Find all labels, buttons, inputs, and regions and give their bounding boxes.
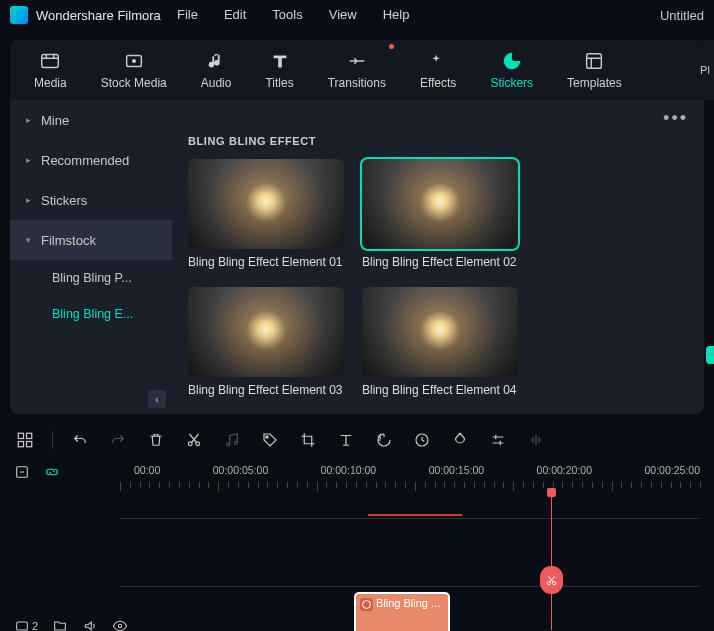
tag-button[interactable]	[259, 429, 281, 451]
tab-stockmedia-label: Stock Media	[101, 76, 167, 90]
sidebar-item-filmstock[interactable]: Filmstock	[10, 220, 172, 260]
delete-button[interactable]	[145, 429, 167, 451]
crop-button[interactable]	[297, 429, 319, 451]
tab-audio-label: Audio	[201, 76, 232, 90]
ruler-mark: 00:00:10:00	[321, 464, 376, 476]
text-button[interactable]	[335, 429, 357, 451]
menu-tools[interactable]: Tools	[272, 7, 302, 22]
gallery-card[interactable]: Bling Bling Effect Element 04	[362, 287, 518, 397]
tab-stickers-label: Stickers	[490, 76, 533, 90]
tab-titles-label: Titles	[265, 76, 293, 90]
card-name: Bling Bling Effect Element 02	[362, 255, 518, 269]
track-count: 2	[32, 620, 38, 631]
ruler-mark: 00:00:20:00	[537, 464, 592, 476]
notification-dot-icon	[389, 44, 394, 49]
project-title[interactable]: Untitled	[660, 8, 704, 23]
card-name: Bling Bling Effect Element 03	[188, 383, 344, 397]
speed-rev-button[interactable]	[373, 429, 395, 451]
timeline-header: 00:00 00:00:05:00 00:00:10:00 00:00:15:0…	[14, 460, 700, 484]
titles-icon	[269, 50, 291, 72]
gallery-grid: Bling Bling Effect Element 01 Bling Blin…	[188, 159, 688, 397]
svg-point-8	[188, 442, 192, 446]
ruler[interactable]: 00:00 00:00:05:00 00:00:10:00 00:00:15:0…	[134, 464, 700, 476]
stickers-icon	[501, 50, 523, 72]
music-button[interactable]	[221, 429, 243, 451]
accent-edge-icon	[706, 346, 714, 364]
adjust-button[interactable]	[487, 429, 509, 451]
thumbnail	[188, 287, 344, 377]
tab-stickers[interactable]: Stickers	[482, 46, 541, 94]
playhead-handle-icon[interactable]	[547, 488, 556, 497]
cut-button[interactable]	[183, 429, 205, 451]
ruler-mark: 00:00:15:00	[429, 464, 484, 476]
speed-button[interactable]	[411, 429, 433, 451]
sidebar: Mine Recommended Stickers Filmstock Blin…	[10, 100, 172, 414]
preview-panel-stub: Pl	[696, 40, 714, 100]
gallery-card[interactable]: Bling Bling Effect Element 03	[188, 287, 344, 397]
sidebar-item-recommended[interactable]: Recommended	[10, 140, 172, 180]
svg-point-12	[266, 436, 268, 438]
sidebar-sub-blinge[interactable]: Bling Bling E...	[10, 296, 172, 332]
track-count-badge[interactable]: 2	[14, 618, 38, 631]
volume-icon[interactable]	[82, 618, 98, 631]
audio-wave-button[interactable]	[525, 429, 547, 451]
redo-button[interactable]	[107, 429, 129, 451]
card-name: Bling Bling Effect Element 04	[362, 383, 518, 397]
svg-point-10	[227, 443, 230, 446]
tab-templates[interactable]: Templates	[559, 46, 630, 94]
gallery-card[interactable]: Bling Bling Effect Element 02	[362, 159, 518, 269]
eye-icon[interactable]	[112, 618, 128, 631]
svg-rect-4	[18, 433, 23, 438]
tab-templates-label: Templates	[567, 76, 622, 90]
color-button[interactable]	[449, 429, 471, 451]
transitions-icon	[346, 50, 368, 72]
thumbnail	[362, 287, 518, 377]
playhead[interactable]	[551, 494, 552, 630]
playhead-cut-button[interactable]	[540, 566, 563, 594]
link-icon[interactable]	[44, 464, 60, 480]
menu-view[interactable]: View	[329, 7, 357, 22]
svg-rect-17	[17, 622, 28, 630]
svg-rect-5	[27, 433, 32, 438]
sidebar-sub-blingp[interactable]: Bling Bling P...	[10, 260, 172, 296]
ruler-mark: 00:00	[134, 464, 160, 476]
undo-button[interactable]	[69, 429, 91, 451]
menu-help[interactable]: Help	[383, 7, 410, 22]
svg-point-11	[234, 442, 237, 445]
ruler-ticks	[120, 482, 700, 492]
tab-titles[interactable]: Titles	[257, 46, 301, 94]
timeline-tools	[14, 464, 60, 480]
tab-effects[interactable]: Effects	[412, 46, 464, 94]
gallery-card[interactable]: Bling Bling Effect Element 01	[188, 159, 344, 269]
svg-point-2	[132, 59, 136, 63]
gallery-more-button[interactable]: •••	[663, 108, 688, 129]
tracks[interactable]: Bling Bling ... 2	[14, 494, 700, 630]
clip-type-icon	[360, 598, 373, 611]
svg-point-9	[196, 442, 200, 446]
ruler-mark: 00:00:25:00	[645, 464, 700, 476]
app-name: Wondershare Filmora	[36, 8, 161, 23]
templates-icon	[583, 50, 605, 72]
timeline: 00:00 00:00:05:00 00:00:10:00 00:00:15:0…	[0, 460, 714, 630]
tab-transitions-label: Transitions	[328, 76, 386, 90]
svg-rect-6	[18, 442, 23, 447]
tabbar: Media Stock Media Audio Titles Transitio…	[10, 40, 704, 100]
content-area: Mine Recommended Stickers Filmstock Blin…	[10, 100, 704, 414]
tab-media[interactable]: Media	[26, 46, 75, 94]
track-line	[120, 518, 700, 519]
svg-point-18	[118, 624, 121, 627]
sidebar-item-stickers[interactable]: Stickers	[10, 180, 172, 220]
sidebar-item-mine[interactable]: Mine	[10, 100, 172, 140]
tab-audio[interactable]: Audio	[193, 46, 240, 94]
sidebar-collapse-button[interactable]: ‹	[148, 390, 166, 408]
tab-stockmedia[interactable]: Stock Media	[93, 46, 175, 94]
folder-icon[interactable]	[52, 618, 68, 631]
svg-rect-7	[27, 442, 32, 447]
card-name: Bling Bling Effect Element 01	[188, 255, 344, 269]
layout-icon[interactable]	[14, 429, 36, 451]
menu-edit[interactable]: Edit	[224, 7, 246, 22]
menu-file[interactable]: File	[177, 7, 198, 22]
snap-icon[interactable]	[14, 464, 30, 480]
tab-transitions[interactable]: Transitions	[320, 46, 394, 94]
clip[interactable]: Bling Bling ...	[354, 592, 450, 631]
